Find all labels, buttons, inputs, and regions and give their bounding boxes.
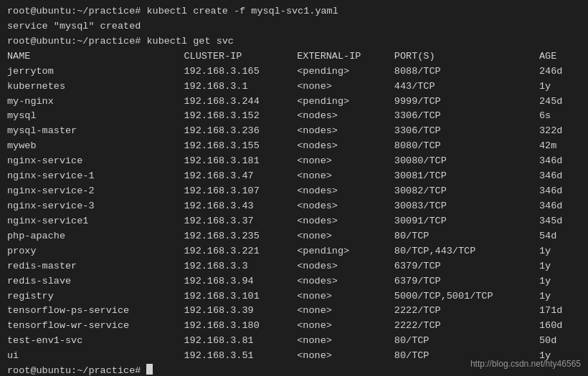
cmd-text-2: kubectl get svc [146, 34, 234, 49]
svc-age: 1y [539, 244, 581, 259]
table-row: jerrytom192.168.3.165<pending>8088/TCP24… [7, 64, 581, 79]
svc-age: 50d [539, 334, 581, 349]
svc-name: registry [7, 289, 184, 304]
svc-name: proxy [7, 244, 184, 259]
cmd-1 [141, 4, 146, 19]
col-header-age: AGE [539, 49, 581, 64]
svc-ports: 2222/TCP [394, 319, 539, 334]
svc-external-ip: <nodes> [297, 259, 394, 274]
command-line-2: root@ubuntu:~/practice# kubectl get svc [7, 34, 581, 49]
svc-name: kubernetes [7, 79, 184, 95]
svc-cluster-ip: 192.168.3.180 [184, 319, 297, 334]
svc-name: nginx-service1 [7, 214, 184, 229]
table-row: nginx-service-2192.168.3.107<nodes>30082… [7, 184, 581, 199]
svc-ports: 6379/TCP [394, 259, 539, 274]
svc-ports: 8080/TCP [394, 139, 539, 154]
terminal: root@ubuntu:~/practice# kubectl create -… [0, 0, 588, 376]
svc-age: 346d [539, 199, 581, 214]
svc-ports: 30091/TCP [394, 214, 539, 229]
svc-name: tensorflow-wr-service [7, 319, 184, 334]
svc-cluster-ip: 192.168.3.236 [184, 124, 297, 139]
svc-external-ip: <none> [297, 79, 394, 95]
svc-name: mysql-master [7, 124, 184, 139]
svc-cluster-ip: 192.168.3.152 [184, 109, 297, 124]
table-row: mysql-master192.168.3.236<nodes>3306/TCP… [7, 124, 581, 139]
output-text-1: service "mysql" created [7, 19, 141, 34]
col-header-cluster-ip: CLUSTER-IP [184, 49, 297, 64]
cmd-2 [141, 34, 146, 49]
svc-name: php-apache [7, 229, 184, 244]
prompt-1: root@ubuntu:~/practice# [7, 4, 141, 19]
svc-external-ip: <none> [297, 169, 394, 184]
svc-age: 1y [539, 274, 581, 289]
svc-ports: 30083/TCP [394, 199, 539, 214]
svc-external-ip: <none> [297, 334, 394, 349]
svc-age: 171d [539, 304, 581, 319]
col-header-ports: PORT(S) [394, 49, 539, 64]
svc-age: 346d [539, 154, 581, 169]
svc-name: myweb [7, 139, 184, 154]
svc-name: jerrytom [7, 64, 184, 79]
svc-name: mysql [7, 109, 184, 124]
table-row: php-apache192.168.3.235<none>80/TCP54d [7, 229, 581, 244]
svc-ports: 3306/TCP [394, 109, 539, 124]
table-row: nginx-service-3192.168.3.43<nodes>30083/… [7, 199, 581, 214]
svc-cluster-ip: 192.168.3.101 [184, 289, 297, 304]
svc-name: nginx-service-3 [7, 199, 184, 214]
svc-external-ip: <none> [297, 304, 394, 319]
svc-external-ip: <none> [297, 154, 394, 169]
cmd-text-1: kubectl create -f mysql-svc1.yaml [146, 4, 338, 19]
table-row: my-nginx192.168.3.244<pending>9999/TCP24… [7, 95, 581, 110]
svc-cluster-ip: 192.168.3.51 [184, 349, 297, 364]
svc-cluster-ip: 192.168.3.39 [184, 304, 297, 319]
svc-age: 346d [539, 184, 581, 199]
svc-age: 345d [539, 214, 581, 229]
svc-cluster-ip: 192.168.3.3 [184, 259, 297, 274]
svc-cluster-ip: 192.168.3.181 [184, 154, 297, 169]
svc-external-ip: <none> [297, 289, 394, 304]
svc-ports: 3306/TCP [394, 124, 539, 139]
svc-ports: 80/TCP [394, 334, 539, 349]
svc-cluster-ip: 192.168.3.47 [184, 169, 297, 184]
table-header-row: NAME CLUSTER-IP EXTERNAL-IP PORT(S) AGE [7, 49, 581, 64]
service-table: NAME CLUSTER-IP EXTERNAL-IP PORT(S) AGE … [7, 49, 581, 364]
table-row: tensorflow-ps-service192.168.3.39<none>2… [7, 304, 581, 319]
watermark: http://blog.csdn.net/hty46565 [470, 359, 581, 369]
svc-external-ip: <pending> [297, 244, 394, 259]
svc-cluster-ip: 192.168.3.165 [184, 64, 297, 79]
svc-cluster-ip: 192.168.3.155 [184, 139, 297, 154]
table-row: redis-slave192.168.3.94<nodes>6379/TCP1y [7, 274, 581, 289]
table-row: kubernetes192.168.3.1<none>443/TCP1y [7, 79, 581, 95]
svc-external-ip: <none> [297, 229, 394, 244]
svc-age: 1y [539, 259, 581, 274]
svc-external-ip: <none> [297, 319, 394, 334]
table-row: test-env1-svc192.168.3.81<none>80/TCP50d [7, 334, 581, 349]
output-line-1: service "mysql" created [7, 19, 581, 34]
table-row: tensorflow-wr-service192.168.3.180<none>… [7, 319, 581, 334]
table-row: nginx-service192.168.3.181<none>30080/TC… [7, 154, 581, 169]
svc-cluster-ip: 192.168.3.107 [184, 184, 297, 199]
svc-cluster-ip: 192.168.3.81 [184, 334, 297, 349]
svc-ports: 8088/TCP [394, 64, 539, 79]
svc-cluster-ip: 192.168.3.1 [184, 79, 297, 95]
svc-name: ui [7, 349, 184, 364]
cursor-space [141, 364, 146, 376]
svc-ports: 80/TCP,443/TCP [394, 244, 539, 259]
svc-age: 160d [539, 319, 581, 334]
table-row: proxy192.168.3.221<pending>80/TCP,443/TC… [7, 244, 581, 259]
svc-age: 246d [539, 64, 581, 79]
svc-age: 54d [539, 229, 581, 244]
svc-name: redis-master [7, 259, 184, 274]
svc-name: nginx-service-1 [7, 169, 184, 184]
svc-external-ip: <nodes> [297, 124, 394, 139]
svc-age: 1y [539, 289, 581, 304]
table-row: nginx-service-1192.168.3.47<none>30081/T… [7, 169, 581, 184]
svc-external-ip: <nodes> [297, 184, 394, 199]
svc-cluster-ip: 192.168.3.221 [184, 244, 297, 259]
svc-age: 6s [539, 109, 581, 124]
svc-external-ip: <pending> [297, 95, 394, 110]
svc-age: 346d [539, 169, 581, 184]
svc-name: nginx-service [7, 154, 184, 169]
table-row: registry192.168.3.101<none>5000/TCP,5001… [7, 289, 581, 304]
svc-ports: 443/TCP [394, 79, 539, 95]
